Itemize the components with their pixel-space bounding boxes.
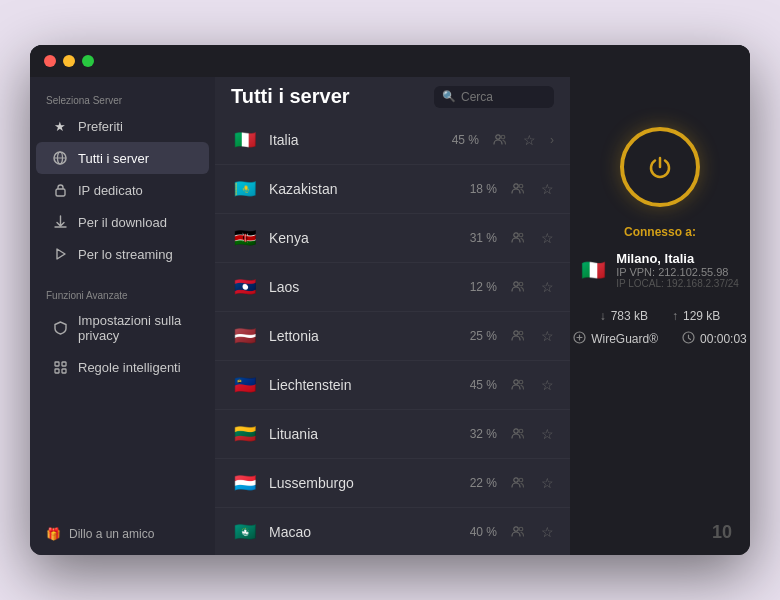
connection-city: Milano, Italia — [616, 251, 739, 266]
svg-point-13 — [514, 232, 518, 236]
connection-details: Milano, Italia IP VPN: 212.102.55.98 IP … — [616, 251, 739, 289]
clock-icon — [682, 331, 695, 346]
svg-point-26 — [519, 527, 523, 531]
search-input[interactable] — [461, 90, 546, 104]
rules-icon — [52, 359, 68, 375]
shield-icon — [52, 320, 68, 336]
server-load: 25 % — [459, 329, 497, 343]
favorite-icon[interactable]: ☆ — [541, 475, 554, 491]
app-window: Seleziona Server ★ Preferiti Tutti i ser… — [30, 45, 750, 555]
sidebar-item-ip-dedicato[interactable]: IP dedicato — [36, 174, 209, 206]
server-load: 31 % — [459, 231, 497, 245]
server-load: 40 % — [459, 525, 497, 539]
upload-arrow-icon: ↑ — [672, 309, 678, 323]
server-name: Macao — [269, 524, 449, 540]
users-icon — [511, 280, 525, 295]
sidebar-item-download[interactable]: Per il download — [36, 206, 209, 238]
server-row[interactable]: 🇰🇿 Kazakistan 18 % ☆ — [215, 165, 570, 214]
power-ring — [620, 127, 700, 207]
server-panel-header: Tutti i server 🔍 — [215, 77, 570, 116]
favorite-icon[interactable]: ☆ — [541, 524, 554, 540]
server-flag: 🇱🇺 — [231, 469, 259, 497]
proto-protocol: WireGuard® — [573, 331, 658, 346]
server-row[interactable]: 🇮🇹 Italia 45 % ☆ › — [215, 116, 570, 165]
stat-upload: ↑ 129 kB — [672, 309, 720, 323]
sidebar-label-regole: Regole intelligenti — [78, 360, 181, 375]
server-row[interactable]: 🇰🇪 Kenya 31 % ☆ — [215, 214, 570, 263]
download-arrow-icon: ↓ — [600, 309, 606, 323]
server-name: Italia — [269, 132, 431, 148]
server-name: Liechtenstein — [269, 377, 449, 393]
server-row[interactable]: 🇲🇴 Macao 40 % ☆ — [215, 508, 570, 555]
protocol-row: WireGuard® 00:00:03 — [573, 331, 747, 346]
server-row[interactable]: 🇱🇹 Lituania 32 % ☆ — [215, 410, 570, 459]
server-list: 🇮🇹 Italia 45 % ☆ › 🇰🇿 Kazakistan 18 % ☆ — [215, 116, 570, 555]
server-load: 32 % — [459, 427, 497, 441]
server-row[interactable]: 🇱🇮 Liechtenstein 45 % ☆ — [215, 361, 570, 410]
favorite-icon[interactable]: ☆ — [541, 279, 554, 295]
stats-row: ↓ 783 kB ↑ 129 kB — [600, 309, 721, 323]
sidebar-item-streaming[interactable]: Per lo streaming — [36, 238, 209, 270]
svg-point-21 — [514, 428, 518, 432]
watermark: 10 — [712, 522, 732, 543]
svg-rect-6 — [62, 362, 66, 366]
svg-rect-3 — [56, 189, 65, 196]
svg-rect-7 — [55, 369, 59, 373]
server-name: Laos — [269, 279, 449, 295]
connection-ip-local: IP LOCAL: 192.168.2.37/24 — [616, 278, 739, 289]
sidebar-item-tutti[interactable]: Tutti i server — [36, 142, 209, 174]
server-name: Lituania — [269, 426, 449, 442]
favorite-icon[interactable]: ☆ — [541, 230, 554, 246]
globe-icon — [52, 150, 68, 166]
favorite-icon[interactable]: ☆ — [541, 377, 554, 393]
sidebar-label-privacy: Impostazioni sulla privacy — [78, 313, 193, 343]
sidebar-item-regole[interactable]: Regole intelligenti — [36, 351, 209, 383]
power-button[interactable] — [635, 142, 685, 192]
users-icon — [511, 476, 525, 491]
max-dot[interactable] — [82, 55, 94, 67]
download-value: 783 kB — [611, 309, 648, 323]
server-panel: Tutti i server 🔍 🇮🇹 Italia 45 % ☆ › 🇰🇿 K… — [215, 45, 570, 555]
server-panel-title: Tutti i server — [231, 85, 350, 108]
server-flag: 🇮🇹 — [231, 126, 259, 154]
protocol-icon — [573, 331, 586, 346]
min-dot[interactable] — [63, 55, 75, 67]
sidebar-bottom-label: Dillo a un amico — [69, 527, 154, 541]
users-icon — [511, 525, 525, 540]
sidebar-label-download: Per il download — [78, 215, 167, 230]
server-flag: 🇱🇦 — [231, 273, 259, 301]
uptime-value: 00:00:03 — [700, 332, 747, 346]
svg-point-25 — [514, 526, 518, 530]
favorite-icon[interactable]: ☆ — [523, 132, 536, 148]
connected-info: 🇮🇹 Milano, Italia IP VPN: 212.102.55.98 … — [581, 251, 739, 289]
sidebar-section1-label: Seleziona Server — [30, 85, 215, 110]
server-load: 45 % — [459, 378, 497, 392]
server-name: Lussemburgo — [269, 475, 449, 491]
search-icon: 🔍 — [442, 90, 456, 103]
close-dot[interactable] — [44, 55, 56, 67]
expand-arrow-icon[interactable]: › — [550, 133, 554, 147]
sidebar-item-preferiti[interactable]: ★ Preferiti — [36, 110, 209, 142]
users-icon — [511, 427, 525, 442]
users-icon — [493, 133, 507, 148]
favorite-icon[interactable]: ☆ — [541, 328, 554, 344]
server-row[interactable]: 🇱🇺 Lussemburgo 22 % ☆ — [215, 459, 570, 508]
server-row[interactable]: 🇱🇻 Lettonia 25 % ☆ — [215, 312, 570, 361]
svg-point-10 — [501, 135, 505, 139]
favorite-icon[interactable]: ☆ — [541, 181, 554, 197]
sidebar-label-preferiti: Preferiti — [78, 119, 123, 134]
sidebar-section2-label: Funzioni Avanzate — [30, 280, 215, 305]
search-box[interactable]: 🔍 — [434, 86, 554, 108]
users-icon — [511, 329, 525, 344]
server-row[interactable]: 🇱🇦 Laos 12 % ☆ — [215, 263, 570, 312]
gift-icon: 🎁 — [46, 527, 61, 541]
sidebar-item-privacy[interactable]: Impostazioni sulla privacy — [36, 305, 209, 351]
svg-point-11 — [514, 183, 518, 187]
star-icon: ★ — [52, 118, 68, 134]
svg-rect-5 — [55, 362, 59, 366]
favorite-icon[interactable]: ☆ — [541, 426, 554, 442]
users-icon — [511, 231, 525, 246]
stat-download: ↓ 783 kB — [600, 309, 648, 323]
server-load: 12 % — [459, 280, 497, 294]
sidebar-bottom-cta[interactable]: 🎁 Dillo a un amico — [30, 513, 215, 555]
